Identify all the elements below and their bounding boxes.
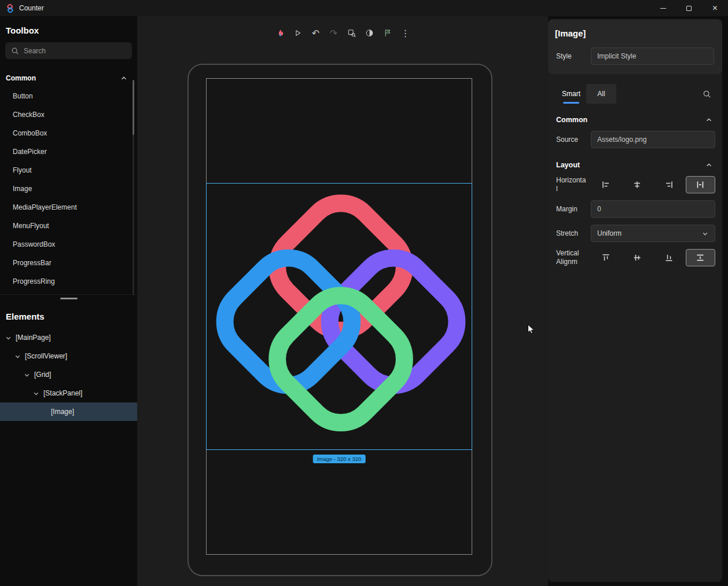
tab-all[interactable]: All [586, 84, 616, 104]
flag-check-icon [383, 28, 392, 38]
chevron-down-icon [701, 230, 709, 237]
properties-card: [Image] Style Smart All Common [548, 19, 722, 582]
toolbox-scrollbar-thumb[interactable] [133, 80, 134, 135]
source-input[interactable] [591, 131, 715, 148]
properties-search-button[interactable] [699, 86, 714, 101]
toolbox-item-image[interactable]: Image [0, 180, 137, 198]
style-row: Style [555, 47, 715, 65]
align-horizontal-left-button[interactable] [591, 176, 621, 193]
section-layout-header[interactable]: Layout [548, 155, 722, 176]
source-label: Source [556, 135, 586, 144]
panel-splitter[interactable] [0, 294, 137, 302]
chevron-up-icon[interactable] [120, 74, 128, 82]
chevron-down-icon[interactable] [5, 334, 12, 342]
search-icon [11, 47, 19, 55]
align-vertical-bottom-button[interactable] [654, 249, 684, 266]
toolbox-scrollbar[interactable] [133, 80, 134, 295]
align-right-icon [664, 180, 674, 189]
toolbox-item-checkbox[interactable]: CheckBox [0, 105, 137, 124]
style-input[interactable] [591, 47, 714, 65]
element-tree: [MainPage] [ScrollViewer] [Grid] [StackP… [0, 328, 137, 421]
canvas-image-element[interactable] [206, 183, 472, 450]
flame-icon [275, 28, 285, 39]
align-horizontal-center-button[interactable] [623, 176, 653, 193]
align-stretch-horizontal-icon [696, 180, 705, 189]
margin-input[interactable] [591, 200, 715, 218]
stretch-row: Stretch Uniform [548, 225, 722, 242]
flag-button[interactable] [381, 25, 395, 41]
source-row: Source [548, 131, 722, 148]
align-bottom-icon [664, 253, 674, 262]
chevron-up-icon[interactable] [705, 161, 713, 169]
titlebar: Counter ✕ [0, 0, 728, 16]
toolbox-item-combobox[interactable]: ComboBox [0, 124, 137, 142]
window-title: Counter [19, 4, 44, 12]
theme-toggle-button[interactable] [363, 25, 377, 41]
maximize-button[interactable] [676, 0, 702, 16]
chevron-up-icon[interactable] [705, 116, 713, 124]
toolbox-item-datepicker[interactable]: DatePicker [0, 142, 137, 161]
toolbox-item-button[interactable]: Button [0, 87, 137, 105]
section-common-header[interactable]: Common [548, 110, 722, 131]
tab-smart[interactable]: Smart [556, 84, 586, 104]
stretch-select[interactable]: Uniform [591, 225, 715, 242]
toolbox-panel: Toolbox Common Button CheckBox ComboBox … [0, 16, 137, 291]
more-options-button[interactable]: ⋮ [399, 25, 413, 41]
toolbox-search[interactable] [5, 42, 132, 59]
align-horizontal-right-button[interactable] [654, 176, 684, 193]
zoom-selection-button[interactable] [345, 25, 359, 41]
design-canvas[interactable]: ↶ ↷ ⋮ [137, 16, 548, 586]
tree-item-stackpanel[interactable]: [StackPanel] [0, 384, 137, 402]
horizontal-alignment-label: Horizontal [556, 176, 586, 193]
uno-logo-image [207, 184, 472, 449]
toolbox-item-flyout[interactable]: Flyout [0, 161, 137, 180]
redo-button[interactable]: ↷ [327, 25, 341, 41]
vertical-alignment-label: Vertical Alignm [556, 249, 586, 266]
toolbox-item-progressbar[interactable]: ProgressBar [0, 254, 137, 272]
margin-label: Margin [556, 205, 586, 214]
app-window: Counter ✕ Toolbox Common Button [0, 0, 728, 586]
tree-item-scrollviewer[interactable]: [ScrollViewer] [0, 347, 137, 365]
logo-red-square [263, 189, 418, 345]
toolbox-item-mediaplayerelement[interactable]: MediaPlayerElement [0, 198, 137, 217]
splitter-handle-icon [60, 298, 78, 299]
search-icon [703, 90, 711, 98]
window-controls: ✕ [650, 0, 728, 16]
toolbox-search-input[interactable] [24, 47, 126, 55]
style-label: Style [556, 52, 586, 61]
align-vertical-top-button[interactable] [591, 249, 621, 266]
tree-item-image-selected[interactable]: [Image] [0, 402, 137, 421]
section-common: Common Source [548, 110, 722, 148]
toolbox-item-passwordbox[interactable]: PasswordBox [0, 235, 137, 254]
stretch-label: Stretch [556, 229, 586, 238]
design-page-surface[interactable]: Image - 320 x 320 [206, 78, 472, 555]
align-vertical-center-button[interactable] [623, 249, 653, 266]
align-horizontal-stretch-button[interactable] [686, 176, 716, 193]
toolbox-section-common[interactable]: Common [0, 69, 137, 87]
play-button[interactable] [291, 25, 305, 41]
zoom-selection-icon [347, 28, 356, 38]
align-stretch-vertical-icon [696, 253, 705, 262]
minimize-button[interactable] [650, 0, 676, 16]
hot-design-flame-button[interactable] [273, 25, 287, 41]
chevron-down-icon[interactable] [14, 353, 21, 360]
maximize-icon [686, 6, 692, 11]
align-middle-icon [633, 253, 642, 262]
align-vertical-stretch-button[interactable] [686, 249, 716, 266]
chevron-down-icon[interactable] [32, 390, 40, 397]
align-center-icon [633, 180, 642, 189]
undo-button[interactable]: ↶ [309, 25, 323, 41]
tree-item-grid[interactable]: [Grid] [0, 365, 137, 384]
horizontal-alignment-row: Horizontal [548, 176, 722, 193]
play-icon [293, 28, 303, 38]
chevron-down-icon[interactable] [23, 371, 31, 379]
tree-item-mainpage[interactable]: [MainPage] [0, 328, 137, 347]
toolbox-item-menuflyout[interactable]: MenuFlyout [0, 217, 137, 235]
toolbox-list: Button CheckBox ComboBox DatePicker Flyo… [0, 87, 137, 291]
properties-tabs: Smart All [548, 83, 722, 104]
close-button[interactable]: ✕ [702, 0, 728, 16]
elements-title: Elements [0, 302, 137, 328]
toolbox-item-progressring[interactable]: ProgressRing [0, 272, 137, 291]
selection-size-badge: Image - 320 x 320 [313, 455, 366, 463]
vertical-alignment-row: Vertical Alignm [548, 249, 722, 266]
